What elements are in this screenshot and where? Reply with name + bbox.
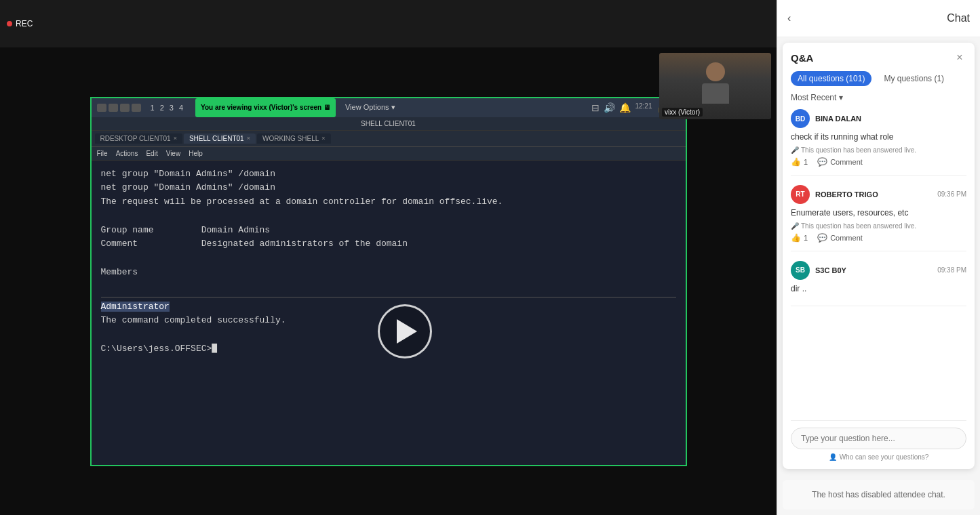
qa-title: Q&A (791, 52, 813, 64)
qa-answered-1: 🎤 This question has been answered live. (791, 146, 966, 154)
qa-item-2-header: RT ROBERTO TRIGO 09:36 PM (791, 185, 966, 204)
terminal-line-3: The request will be processed at a domai… (101, 195, 676, 209)
qa-comment-label-2: Comment (830, 234, 863, 242)
qa-input-area: 👤 Who can see your questions? (791, 420, 966, 461)
qa-comment-2[interactable]: 💬 Comment (817, 233, 863, 243)
comment-icon-2: 💬 (817, 233, 827, 243)
rec-label: REC (16, 19, 33, 28)
qa-comment-label-1: Comment (830, 158, 863, 166)
terminal-top-bar: 1 2 3 4 You are viewing vixx (Victor)'s … (92, 98, 686, 117)
terminal-line-4 (101, 209, 676, 224)
qa-question-2: Enumerate users, resources, etc (791, 207, 966, 219)
right-panel: ‹ Chat Q&A × All questions (101) My ques… (777, 0, 980, 515)
qa-tabs: All questions (101) My questions (1) (791, 71, 966, 86)
menu-edit[interactable]: Edit (146, 150, 157, 157)
thumbs-up-icon: 👍 (791, 157, 801, 167)
avatar-s3c: SB (791, 261, 810, 280)
viewer-text: You are viewing vixx (Victor)'s screen 🖥 (195, 98, 336, 117)
menu-actions[interactable]: Actions (116, 150, 138, 157)
main-area: REC Atc vixx (Victor) (0, 0, 777, 515)
qa-item-1-header: BD BINA DALAN (791, 109, 966, 128)
menu-help[interactable]: Help (189, 150, 203, 157)
qa-sort-chevron: ▾ (839, 93, 843, 102)
qa-time-2: 09:36 PM (937, 190, 966, 198)
terminal-line-6: Comment Designated administrators of the… (101, 237, 676, 251)
qa-visibility: 👤 Who can see your questions? (791, 453, 966, 461)
chat-label: Chat (947, 12, 970, 24)
thumbs-up-icon-2: 👍 (791, 233, 801, 243)
qa-question-3: dir .. (791, 283, 966, 295)
qa-answered-2: 🎤 This question has been answered live. (791, 222, 966, 230)
admin-highlight: Administrator (101, 302, 170, 312)
person-body (702, 83, 729, 104)
qa-item-1: BD BINA DALAN check if its running what … (791, 109, 966, 176)
qa-user-bina: BINA DALAN (815, 115, 861, 123)
view-options-button[interactable]: View Options ▾ (341, 102, 399, 113)
terminal-icon-3 (120, 104, 130, 112)
qa-like-2[interactable]: 👍 1 (791, 233, 808, 243)
qa-like-1[interactable]: 👍 1 (791, 157, 808, 167)
tab-shell-close[interactable]: × (247, 135, 250, 142)
menu-file[interactable]: File (97, 150, 108, 157)
play-icon (397, 319, 417, 344)
terminal-divider (101, 297, 676, 297)
terminal-icon-4 (132, 104, 141, 112)
terminal-window: 1 2 3 4 You are viewing vixx (Victor)'s … (90, 97, 687, 466)
qa-input-field[interactable] (791, 428, 966, 449)
qa-actions-2: 👍 1 💬 Comment (791, 233, 966, 243)
qa-like-count-1: 1 (804, 158, 808, 166)
chat-disabled-notice: The host has disabled attendee chat. (783, 480, 975, 510)
qa-sort-label: Most Recent (791, 93, 836, 102)
qa-list: BD BINA DALAN check if its running what … (791, 109, 966, 413)
tab-rdesktop[interactable]: RDESKTOP CLIENT01 × (95, 133, 182, 144)
qa-item-2: RT ROBERTO TRIGO 09:36 PM Enumerate user… (791, 185, 966, 251)
qa-tab-mine[interactable]: My questions (1) (877, 71, 951, 86)
terminal-line-2: net group "Domain Admins" /domain (101, 181, 676, 195)
play-button[interactable] (378, 304, 432, 358)
qa-question-1: check if its running what role (791, 131, 966, 143)
qa-time-3: 09:38 PM (937, 266, 966, 274)
qa-item-3: SB s3c b0y 09:38 PM dir .. (791, 261, 966, 307)
terminal-title: SHELL CLIENT01 (361, 120, 416, 127)
qa-tab-all[interactable]: All questions (101) (791, 71, 871, 86)
screen-share-area: vixx (Victor) 1 2 3 4 You are viewing vi… (0, 47, 777, 515)
webcam-overlay: vixx (Victor) (659, 53, 771, 119)
qa-comment-1[interactable]: 💬 Comment (817, 157, 863, 167)
terminal-title-bar: SHELL CLIENT01 (92, 117, 686, 131)
qa-visibility-label: Who can see your questions? (840, 453, 929, 461)
tab-working-close[interactable]: × (321, 135, 325, 142)
qa-user-roberto: ROBERTO TRIGO (815, 190, 878, 199)
qa-actions-1: 👍 1 💬 Comment (791, 157, 966, 167)
comment-icon-1: 💬 (817, 157, 827, 167)
person-head (706, 62, 725, 81)
chevron-down-icon[interactable]: ‹ (787, 12, 791, 24)
tab-working-shell[interactable]: WORKING SHELL × (257, 133, 331, 144)
qa-panel: Q&A × All questions (101) My questions (… (783, 43, 975, 469)
qa-user-s3c: s3c b0y (815, 266, 846, 274)
terminal-icon-1 (97, 104, 106, 112)
top-bar: REC Atc (0, 0, 777, 47)
qa-like-count-2: 1 (804, 234, 808, 242)
terminal-line-1: net group "Domain Admins" /domain (101, 167, 676, 182)
terminal-line-7 (101, 251, 676, 266)
right-panel-header: ‹ Chat (777, 0, 980, 37)
screen-bottom-faded (92, 384, 686, 465)
terminal-icons (97, 104, 141, 112)
rec-badge: REC (7, 19, 33, 28)
terminal-line-5: Group name Domain Admins (101, 224, 676, 238)
menu-view[interactable]: View (166, 150, 181, 157)
tab-rdesktop-close[interactable]: × (174, 135, 177, 142)
terminal-menu: File Actions Edit View Help (92, 147, 686, 161)
terminal-line-9 (101, 280, 676, 294)
rec-dot (7, 21, 12, 26)
terminal-line-8: Members (101, 266, 676, 280)
qa-item-3-header: SB s3c b0y 09:38 PM (791, 261, 966, 280)
terminal-tabs: RDESKTOP CLIENT01 × SHELL CLIENT01 × WOR… (92, 131, 686, 147)
webcam-person: vixx (Victor) (659, 53, 771, 119)
qa-sort[interactable]: Most Recent ▾ (791, 93, 966, 102)
avatar-roberto: RT (791, 185, 810, 204)
tab-shell-client01[interactable]: SHELL CLIENT01 × (184, 133, 256, 144)
chat-disabled-text: The host has disabled attendee chat. (812, 490, 945, 499)
person-silhouette (699, 62, 732, 110)
qa-close-button[interactable]: × (953, 51, 966, 64)
